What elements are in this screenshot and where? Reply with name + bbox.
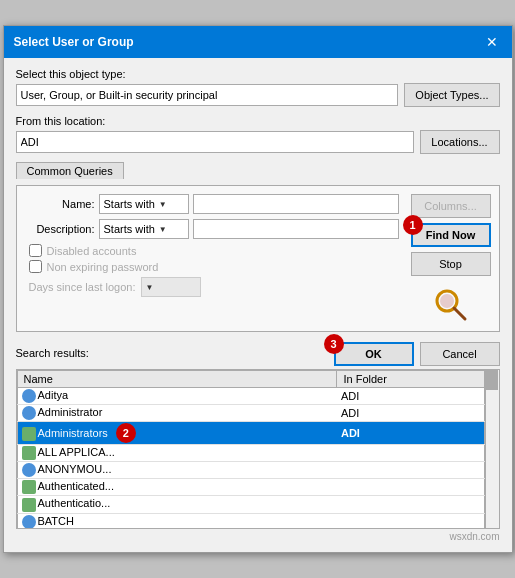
scrollbar-thumb[interactable] <box>486 370 498 390</box>
scrollbar[interactable] <box>485 370 499 528</box>
name-query-row: Name: Starts with ▼ <box>25 194 399 214</box>
group-icon <box>22 498 36 512</box>
name-cell: Authenticated... <box>17 479 337 496</box>
search-magnify-icon <box>433 287 469 323</box>
table-row[interactable]: BATCH <box>17 513 484 528</box>
common-queries-section: Common Queries Name: Starts with ▼ <box>16 162 500 332</box>
days-dropdown[interactable]: ▼ <box>141 277 201 297</box>
table-row[interactable]: Authenticated... <box>17 479 484 496</box>
dialog-title: Select User or Group <box>14 35 134 49</box>
description-query-input[interactable] <box>193 219 399 239</box>
results-table: Name In Folder AdityaADIAdministratorADI… <box>17 370 485 528</box>
folder-cell: ADI <box>337 388 484 405</box>
name-text: Authenticated... <box>38 480 114 492</box>
description-query-row: Description: Starts with ▼ <box>25 219 399 239</box>
name-text: BATCH <box>38 515 74 527</box>
name-starts-with-dropdown[interactable]: Starts with ▼ <box>99 194 189 214</box>
object-type-row: Object Types... <box>16 83 500 107</box>
group-icon <box>22 427 36 441</box>
non-expiring-label: Non expiring password <box>47 261 159 273</box>
user-icon <box>22 515 36 528</box>
location-input[interactable] <box>16 131 414 153</box>
group-icon <box>22 446 36 460</box>
bottom-action-buttons-row: 3 OK Cancel <box>334 342 500 366</box>
svg-line-1 <box>454 308 465 319</box>
table-row[interactable]: Authenticatio... <box>17 496 484 513</box>
table-row[interactable]: AdministratorADI <box>17 405 484 422</box>
object-type-input[interactable] <box>16 84 399 106</box>
search-results-label: Search results: <box>16 347 89 359</box>
disabled-accounts-row: Disabled accounts <box>25 244 399 257</box>
search-icon-area <box>411 287 491 323</box>
location-label: From this location: <box>16 115 500 127</box>
columns-button[interactable]: Columns... <box>411 194 491 218</box>
non-expiring-checkbox[interactable] <box>29 260 42 273</box>
badge-2: 2 <box>116 423 136 443</box>
description-starts-with-dropdown[interactable]: Starts with ▼ <box>99 219 189 239</box>
name-starts-with-text: Starts with <box>104 198 155 210</box>
folder-cell: ADI <box>337 422 484 445</box>
days-row: Days since last logon: ▼ <box>25 277 399 297</box>
results-table-container: Name In Folder AdityaADIAdministratorADI… <box>16 369 500 529</box>
user-icon <box>22 406 36 420</box>
name-cell: ALL APPLICA... <box>17 445 337 462</box>
ok-button[interactable]: OK <box>334 342 414 366</box>
common-queries-box: Name: Starts with ▼ Description: Starts <box>16 185 500 332</box>
badge-1: 1 <box>403 215 423 235</box>
table-row[interactable]: ALL APPLICA... <box>17 445 484 462</box>
dialog-body: Select this object type: Object Types...… <box>4 58 512 552</box>
location-row: Locations... <box>16 130 500 154</box>
disabled-accounts-checkbox[interactable] <box>29 244 42 257</box>
name-dropdown-arrow: ▼ <box>159 200 167 209</box>
folder-cell <box>337 445 484 462</box>
stop-button[interactable]: Stop <box>411 252 491 276</box>
svg-point-2 <box>440 294 454 308</box>
table-row[interactable]: Administrators2ADI <box>17 422 484 445</box>
name-cell: Administrators2 <box>17 422 337 445</box>
disabled-accounts-label: Disabled accounts <box>47 245 137 257</box>
name-cell: BATCH <box>17 513 337 528</box>
cancel-button[interactable]: Cancel <box>420 342 500 366</box>
name-cell: Aditya <box>17 388 337 405</box>
search-results-header: Search results: 3 OK Cancel <box>16 342 500 366</box>
badge-3: 3 <box>324 334 344 354</box>
non-expiring-row: Non expiring password <box>25 260 399 273</box>
in-folder-column-header[interactable]: In Folder <box>337 371 484 388</box>
user-icon <box>22 463 36 477</box>
results-tbody: AdityaADIAdministratorADIAdministrators2… <box>17 388 484 529</box>
folder-cell <box>337 496 484 513</box>
table-row[interactable]: ANONYMOU... <box>17 462 484 479</box>
days-dropdown-arrow: ▼ <box>146 283 154 292</box>
name-text: ANONYMOU... <box>38 463 112 475</box>
description-starts-with-text: Starts with <box>104 223 155 235</box>
name-text: Authenticatio... <box>38 497 111 509</box>
queries-with-buttons: Name: Starts with ▼ Description: Starts <box>25 194 491 323</box>
name-text: ALL APPLICA... <box>38 446 115 458</box>
folder-cell: ADI <box>337 405 484 422</box>
description-dropdown-arrow: ▼ <box>159 225 167 234</box>
group-icon <box>22 480 36 494</box>
common-queries-tab[interactable]: Common Queries <box>16 162 124 179</box>
folder-cell <box>337 462 484 479</box>
table-inner: Name In Folder AdityaADIAdministratorADI… <box>17 370 485 528</box>
table-row[interactable]: AdityaADI <box>17 388 484 405</box>
description-query-label: Description: <box>25 223 95 235</box>
watermark: wsxdn.com <box>16 531 500 542</box>
find-now-wrapper: Find Now 1 <box>411 223 491 247</box>
title-bar: Select User or Group ✕ <box>4 26 512 58</box>
close-button[interactable]: ✕ <box>482 32 502 52</box>
name-query-input[interactable] <box>193 194 399 214</box>
name-text: Aditya <box>38 389 69 401</box>
locations-button[interactable]: Locations... <box>420 130 500 154</box>
days-label: Days since last logon: <box>29 281 136 293</box>
object-type-label: Select this object type: <box>16 68 500 80</box>
name-cell: Authenticatio... <box>17 496 337 513</box>
folder-cell <box>337 479 484 496</box>
table-header: Name In Folder <box>17 371 484 388</box>
select-user-dialog: Select User or Group ✕ Select this objec… <box>3 25 513 553</box>
name-column-header[interactable]: Name <box>17 371 337 388</box>
name-text: Administrators <box>38 427 108 439</box>
user-icon <box>22 389 36 403</box>
find-now-button[interactable]: Find Now <box>411 223 491 247</box>
object-types-button[interactable]: Object Types... <box>404 83 499 107</box>
